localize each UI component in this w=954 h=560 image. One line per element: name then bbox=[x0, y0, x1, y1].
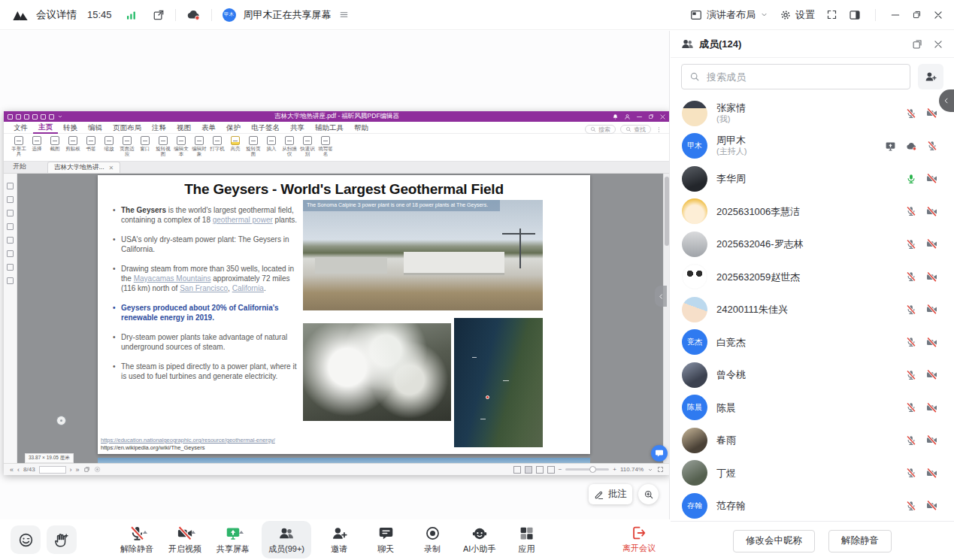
slide-hyperlink[interactable]: Mayacamas Mountains bbox=[134, 274, 211, 283]
pdf-tool-button[interactable]: 从扫描仪 bbox=[280, 136, 298, 157]
pdf-menu-item[interactable]: 注释 bbox=[147, 122, 171, 133]
member-row[interactable]: 存翰 范存翰 bbox=[671, 489, 954, 521]
view-single-page-icon[interactable] bbox=[513, 466, 521, 474]
pdf-tool-button[interactable]: 缩放 bbox=[100, 136, 118, 152]
pdf-tool-button[interactable]: 书签 bbox=[82, 136, 100, 152]
rename-button[interactable]: 修改会中昵称 bbox=[733, 530, 815, 552]
first-page-button[interactable]: « bbox=[10, 466, 14, 474]
chat-button[interactable]: 聊天 bbox=[367, 521, 404, 558]
fullscreen-icon[interactable] bbox=[826, 9, 837, 20]
member-row[interactable]: 2025632059赵世杰 bbox=[671, 261, 954, 294]
member-row[interactable]: 张家情(我) bbox=[671, 97, 954, 130]
rotate-icon[interactable] bbox=[94, 466, 101, 473]
sidebar-layers-icon[interactable] bbox=[7, 237, 14, 244]
share-options-icon[interactable] bbox=[339, 10, 349, 20]
minimize-button[interactable] bbox=[890, 10, 901, 20]
pdf-tool-button[interactable]: 打字机 bbox=[208, 136, 226, 152]
annotate-button[interactable]: 批注 bbox=[589, 484, 632, 504]
unmute-request-button[interactable]: 解除静音 bbox=[828, 530, 892, 552]
pdf-scrollbar[interactable] bbox=[663, 174, 670, 463]
zoom-out-button[interactable]: − bbox=[559, 466, 562, 473]
pdf-tool-button[interactable]: 高亮 bbox=[226, 136, 244, 152]
start-video-button[interactable]: 开启视频 bbox=[165, 521, 204, 558]
sidebar-comments-icon[interactable] bbox=[7, 210, 14, 216]
pdf-close-button[interactable] bbox=[659, 114, 666, 120]
pdf-canvas[interactable]: The Geysers - World's Largest Geothermal… bbox=[17, 174, 663, 463]
magnify-button[interactable] bbox=[638, 484, 659, 504]
pdf-search-pill[interactable]: 搜索 bbox=[585, 125, 616, 134]
unmute-button[interactable]: 解除静音 bbox=[117, 521, 156, 558]
member-row[interactable]: 甲木 周甲木(主持人) bbox=[671, 130, 954, 163]
pdf-menu-item[interactable]: 主页 bbox=[33, 121, 58, 134]
member-row[interactable]: 曾令桃 bbox=[671, 359, 954, 392]
cloud-record-icon[interactable] bbox=[186, 8, 201, 22]
pdf-menu-item[interactable]: 编辑 bbox=[83, 122, 108, 133]
pdf-menu-item[interactable]: 文件 bbox=[8, 122, 33, 133]
pdf-tool-button[interactable]: 编辑文本 bbox=[172, 136, 190, 157]
pdf-quick-access-icon[interactable] bbox=[8, 114, 13, 120]
zoom-slider-knob[interactable] bbox=[589, 466, 596, 473]
view-continuous-icon[interactable] bbox=[525, 466, 532, 474]
slide-hyperlink[interactable]: geothermal power bbox=[213, 216, 273, 224]
member-row[interactable]: 春雨 bbox=[671, 424, 954, 457]
settings-button[interactable]: 设置 bbox=[780, 8, 815, 22]
pdf-tool-button[interactable]: 填写签名 bbox=[316, 136, 335, 157]
tab-close-icon[interactable]: ✕ bbox=[109, 165, 114, 171]
pdf-tool-button[interactable]: 旋转视图 bbox=[154, 136, 172, 157]
fullscreen-icon[interactable] bbox=[657, 466, 664, 473]
zoom-slider[interactable] bbox=[565, 468, 609, 471]
member-row[interactable]: 丁煜 bbox=[671, 457, 954, 490]
open-external-icon[interactable] bbox=[153, 9, 165, 21]
pdf-menu-item[interactable]: 视图 bbox=[171, 122, 196, 133]
pdf-minimize-button[interactable] bbox=[636, 114, 643, 120]
slide-hyperlink[interactable]: California bbox=[232, 284, 264, 292]
source-link[interactable]: https://education.nationalgeographic.org… bbox=[101, 437, 275, 444]
pdf-menu-item[interactable]: 页面布局 bbox=[108, 122, 147, 133]
pdf-tool-button[interactable]: 窗口 bbox=[136, 136, 154, 152]
scrollbar-thumb[interactable] bbox=[665, 177, 669, 246]
pdf-tool-button[interactable]: 截图 bbox=[46, 136, 64, 152]
popout-icon[interactable] bbox=[912, 39, 922, 50]
pdf-quick-access-icon[interactable] bbox=[16, 114, 21, 120]
page-number-input[interactable] bbox=[39, 466, 66, 474]
sidebar-bookmarks-icon[interactable] bbox=[7, 183, 14, 189]
emoji-reaction-button[interactable] bbox=[11, 525, 41, 554]
source-link[interactable]: https://en.wikipedia.org/wiki/The_Geyser… bbox=[101, 444, 275, 452]
chevron-down-icon[interactable] bbox=[57, 114, 63, 120]
pdf-quick-access-icon[interactable] bbox=[41, 114, 46, 120]
pdf-document-tab[interactable]: 吉林大学地热讲... ✕ bbox=[47, 162, 120, 173]
add-member-button[interactable] bbox=[918, 64, 943, 89]
bell-icon[interactable] bbox=[612, 114, 619, 120]
pdf-quick-access-icon[interactable] bbox=[32, 114, 38, 120]
pdf-quick-access-icon[interactable] bbox=[49, 114, 54, 120]
pdf-menu-item[interactable]: 电子签名 bbox=[246, 122, 285, 133]
fit-page-icon[interactable] bbox=[83, 466, 90, 473]
chevron-down-icon[interactable] bbox=[647, 467, 653, 473]
pdf-tool-button[interactable]: 快速识别 bbox=[298, 136, 316, 157]
member-row[interactable]: 2025632046-罗志林 bbox=[671, 228, 954, 261]
member-search-input[interactable] bbox=[705, 71, 902, 83]
pdf-start-tab[interactable]: 开始 bbox=[13, 162, 26, 171]
close-button[interactable] bbox=[933, 10, 943, 20]
sidebar-pages-icon[interactable] bbox=[7, 196, 14, 203]
pdf-tool-button[interactable]: 剪贴板 bbox=[64, 136, 82, 152]
pdf-tool-button[interactable]: 选择 bbox=[28, 136, 46, 152]
pdf-tool-button[interactable]: 手形工具 bbox=[10, 136, 28, 157]
meeting-details-link[interactable]: 会议详情 bbox=[36, 8, 77, 22]
pdf-quick-access-icon[interactable] bbox=[24, 114, 29, 120]
layout-switcher[interactable]: 演讲者布局 bbox=[690, 8, 768, 22]
floating-tool-dot[interactable] bbox=[56, 416, 66, 425]
pdf-restore-button[interactable] bbox=[648, 114, 654, 120]
chevron-up-icon[interactable] bbox=[191, 531, 195, 534]
pdf-menu-item[interactable]: 帮助 bbox=[349, 122, 374, 133]
sidebar-destinations-icon[interactable] bbox=[7, 277, 14, 284]
close-panel-icon[interactable] bbox=[933, 39, 943, 50]
sidebar-toggle-icon[interactable] bbox=[849, 9, 861, 21]
maximize-button[interactable] bbox=[912, 10, 922, 20]
pdf-tool-button[interactable]: 编辑对象 bbox=[190, 136, 208, 157]
pdf-tool-button[interactable]: 旋转页面 bbox=[244, 136, 262, 157]
sidebar-fields-icon[interactable] bbox=[7, 264, 14, 271]
member-row[interactable]: 竞杰 白竞杰 bbox=[671, 326, 954, 359]
next-page-button[interactable]: › bbox=[70, 466, 72, 474]
ai-assistant-button[interactable]: AI小助手 bbox=[460, 521, 498, 558]
